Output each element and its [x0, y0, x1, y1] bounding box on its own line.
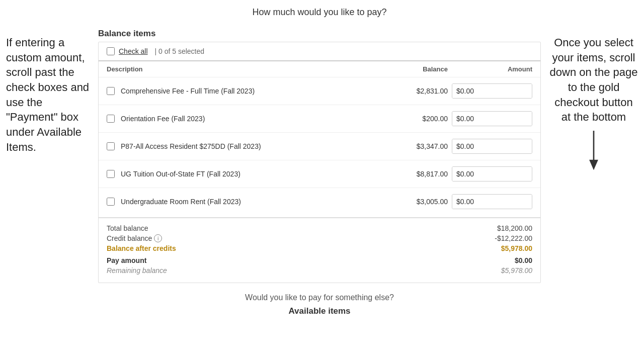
svg-marker-1	[589, 160, 598, 170]
item-amount-input-2[interactable]	[452, 112, 532, 126]
item-amount-wrapper-1	[452, 83, 532, 99]
pay-amount-label: Pay amount	[107, 256, 146, 264]
page-title: How much would you like to pay?	[98, 0, 541, 23]
credit-balance-value: -$12,222.00	[495, 234, 532, 242]
pay-amount-row: Pay amount $0.00	[107, 256, 532, 264]
remaining-balance-row: Remaining balance $5,978.00	[107, 266, 532, 275]
info-icon[interactable]: i	[154, 234, 162, 242]
down-arrow	[549, 131, 638, 171]
bottom-question: Would you like to pay for something else…	[98, 293, 541, 302]
total-balance-label: Total balance	[107, 224, 148, 232]
page-wrapper: If entering a custom amount, scroll past…	[0, 0, 644, 362]
item-checkbox-5[interactable]	[107, 198, 115, 206]
col-amount-header: Amount	[452, 65, 532, 73]
item-balance-2: $200.00	[397, 115, 448, 123]
left-instruction-text: If entering a custom amount, scroll past…	[6, 36, 89, 153]
selected-count: | 0 of 5 selected	[153, 47, 204, 55]
main-content: How much would you like to pay? Balance …	[98, 0, 541, 316]
col-balance-header: Balance	[397, 65, 448, 73]
item-description-1: Comprehensive Fee - Full Time (Fall 2023…	[121, 87, 397, 95]
table-row: Comprehensive Fee - Full Time (Fall 2023…	[99, 77, 540, 105]
table-row: P87-All Access Resident $275DD (Fall 202…	[99, 133, 540, 160]
balance-items-section-title: Balance items	[98, 29, 541, 39]
item-amount-wrapper-2	[452, 111, 532, 126]
col-description-header: Description	[107, 65, 397, 73]
item-description-3: P87-All Access Resident $275DD (Fall 202…	[121, 142, 397, 150]
table-header: Description Balance Amount	[99, 61, 540, 77]
item-amount-input-5[interactable]	[452, 195, 532, 209]
check-all-checkbox[interactable]	[107, 47, 115, 55]
item-checkbox-1[interactable]	[107, 87, 115, 95]
item-amount-input-1[interactable]	[452, 84, 532, 98]
balance-after-credits-row: Balance after credits $5,978.00	[107, 244, 532, 252]
check-all-label[interactable]: Check all	[119, 47, 148, 55]
total-balance-row: Total balance $18,200.00	[107, 224, 532, 232]
table-row: Orientation Fee (Fall 2023) $200.00	[99, 105, 540, 133]
right-instruction-text: Once you select your items, scroll down …	[550, 36, 638, 123]
remaining-balance-label: Remaining balance	[107, 266, 167, 275]
credit-balance-label: Credit balance	[107, 234, 152, 242]
item-description-2: Orientation Fee (Fall 2023)	[121, 115, 397, 123]
table-row: UG Tuition Out-of-State FT (Fall 2023) $…	[99, 160, 540, 188]
item-amount-wrapper-3	[452, 139, 532, 154]
balance-items-container: Check all | 0 of 5 selected Description …	[98, 42, 541, 283]
total-balance-value: $18,200.00	[497, 224, 532, 232]
item-balance-4: $8,817.00	[397, 170, 448, 178]
item-balance-3: $3,347.00	[397, 142, 448, 150]
balance-after-credits-label: Balance after credits	[107, 244, 176, 252]
item-checkbox-3[interactable]	[107, 142, 115, 150]
check-all-row: Check all | 0 of 5 selected	[99, 42, 540, 61]
item-balance-1: $2,831.00	[397, 87, 448, 95]
item-description-5: Undergraduate Room Rent (Fall 2023)	[121, 198, 397, 206]
available-items-title: Available items	[98, 306, 541, 316]
item-amount-wrapper-5	[452, 194, 532, 209]
item-amount-input-4[interactable]	[452, 167, 532, 181]
credit-balance-label-wrapper: Credit balance i	[107, 234, 162, 242]
left-instruction: If entering a custom amount, scroll past…	[0, 30, 96, 160]
item-checkbox-4[interactable]	[107, 170, 115, 178]
item-amount-input-3[interactable]	[452, 139, 532, 153]
bottom-section: Would you like to pay for something else…	[98, 293, 541, 316]
item-balance-5: $3,005.00	[397, 198, 448, 206]
remaining-balance-value: $5,978.00	[501, 266, 532, 275]
table-row: Undergraduate Room Rent (Fall 2023) $3,0…	[99, 188, 540, 215]
item-description-4: UG Tuition Out-of-State FT (Fall 2023)	[121, 170, 397, 178]
pay-amount-value: $0.00	[515, 256, 532, 264]
balance-after-credits-value: $5,978.00	[501, 244, 532, 252]
item-checkbox-2[interactable]	[107, 115, 115, 123]
summary-section: Total balance $18,200.00 Credit balance …	[99, 217, 540, 283]
right-instruction: Once you select your items, scroll down …	[543, 30, 644, 176]
credit-balance-row: Credit balance i -$12,222.00	[107, 234, 532, 242]
items-container: Comprehensive Fee - Full Time (Fall 2023…	[99, 77, 540, 215]
item-amount-wrapper-4	[452, 166, 532, 182]
